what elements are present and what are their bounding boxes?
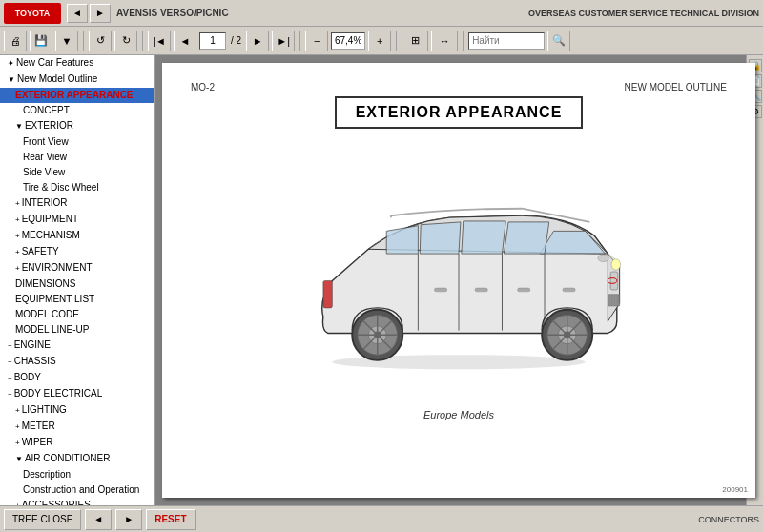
sidebar-item-new-car-features-top[interactable]: ✦New Car Features <box>0 55 154 72</box>
expand-icon: + <box>15 199 20 208</box>
sidebar-item-accessories[interactable]: +ACCESSORIES <box>0 498 154 505</box>
expand-icon: ▼ <box>15 122 23 131</box>
svg-rect-8 <box>563 288 575 292</box>
rotate-right-button[interactable]: ↻ <box>114 31 137 51</box>
sidebar-item-label: DIMENSIONS <box>15 278 75 289</box>
sidebar-item-construction[interactable]: Construction and Operation <box>0 482 154 498</box>
sidebar-item-label: Rear View <box>23 152 67 162</box>
sidebar-item-label: WIPER <box>22 437 53 447</box>
rotate-left-button[interactable]: ↺ <box>89 31 112 51</box>
sidebar-item-label: EQUIPMENT <box>22 214 78 224</box>
fit-width-button[interactable]: ↔ <box>431 31 458 51</box>
svg-rect-5 <box>434 288 446 292</box>
page-title-box: EXTERIOR APPEARANCE <box>335 96 584 129</box>
sidebar-item-environment[interactable]: +ENVIRONMENT <box>0 260 154 276</box>
expand-icon: + <box>15 215 20 224</box>
toolbar-sep-4 <box>396 31 397 51</box>
search-input[interactable] <box>468 32 545 50</box>
connectors-label: CONNECTORS <box>698 515 759 524</box>
sidebar-item-exterior[interactable]: ▼EXTERIOR <box>0 118 154 134</box>
car-caption: Europe Models <box>423 409 494 420</box>
page-view: MO-2 NEW MODEL OUTLINE EXTERIOR APPEARAN… <box>162 63 755 498</box>
save-button[interactable]: 💾 <box>30 31 52 51</box>
print-button[interactable]: 🖨 <box>4 31 27 51</box>
sidebar-item-model-lineup[interactable]: MODEL LINE-UP <box>0 322 154 338</box>
main-area: ✦New Car Features▼New Model OutlineEXTER… <box>0 55 763 505</box>
sidebar-item-body[interactable]: +BODY <box>0 370 154 386</box>
sidebar-item-label: MODEL LINE-UP <box>15 324 89 335</box>
zoom-input[interactable] <box>331 32 365 50</box>
nav-forward-button[interactable]: ► <box>90 4 111 23</box>
sidebar-item-label: INTERIOR <box>22 197 68 208</box>
expand-icon: + <box>15 248 20 256</box>
sidebar-item-label: Tire & Disc Wheel <box>23 182 99 193</box>
sidebar-item-meter[interactable]: +METER <box>0 419 154 435</box>
tree-close-button[interactable]: TREE CLOSE <box>4 509 81 530</box>
sidebar-item-new-model-outline[interactable]: ▼New Model Outline <box>0 72 154 88</box>
sidebar-item-label: BODY ELECTRICAL <box>14 388 103 399</box>
sidebar-item-exterior-appearance[interactable]: EXTERIOR APPEARANCE <box>0 88 154 103</box>
sidebar-item-side-view[interactable]: Side View <box>0 165 154 180</box>
page-header-row: MO-2 NEW MODEL OUTLINE <box>191 82 727 92</box>
expand-icon: + <box>15 501 20 505</box>
page-ref: MO-2 <box>191 82 215 92</box>
zoom-in-button[interactable]: + <box>368 31 391 51</box>
last-page-button[interactable]: ►| <box>272 31 295 51</box>
sidebar-item-label: METER <box>22 420 55 431</box>
sidebar-item-air-conditioner[interactable]: ▼AIR CONDITIONER <box>0 451 154 467</box>
sidebar-item-description[interactable]: Description <box>0 467 154 482</box>
logo-area: TOYOTA ◄ ► AVENSIS VERSO/PICNIC <box>4 3 229 24</box>
sidebar-item-lighting[interactable]: +LIGHTING <box>0 402 154 419</box>
sidebar-item-equipment-list[interactable]: EQUIPMENT LIST <box>0 292 154 307</box>
sidebar-item-label: SAFETY <box>22 246 59 256</box>
next-page-button[interactable]: ► <box>246 31 269 51</box>
sidebar: ✦New Car Features▼New Model OutlineEXTER… <box>0 55 155 505</box>
sidebar-item-wiper[interactable]: +WIPER <box>0 435 154 451</box>
sidebar-tree: ✦New Car Features▼New Model OutlineEXTER… <box>0 55 154 505</box>
footer-next-button[interactable]: ► <box>115 509 142 530</box>
toolbar-sep-1 <box>83 31 84 51</box>
sidebar-item-mechanism[interactable]: +MECHANISM <box>0 228 154 244</box>
sidebar-item-rear-view[interactable]: Rear View <box>0 150 154 165</box>
prev-page-button[interactable]: ◄ <box>174 31 196 51</box>
content-area: 🔒 📄 🔧 ⚙ MO-2 NEW MODEL OUTLINE EXTERIOR … <box>155 55 763 505</box>
sidebar-item-label: ACCESSORIES <box>22 500 91 505</box>
sidebar-item-label: Side View <box>23 167 65 177</box>
sidebar-item-chassis[interactable]: +CHASSIS <box>0 354 154 370</box>
footer-prev-button[interactable]: ◄ <box>85 509 112 530</box>
toolbar-extra-button[interactable]: ▼ <box>55 31 78 51</box>
sidebar-item-interior[interactable]: +INTERIOR <box>0 195 154 212</box>
sidebar-item-safety[interactable]: +SAFETY <box>0 244 154 260</box>
footer: TREE CLOSE ◄ ► RESET CONNECTORS <box>0 505 763 532</box>
sidebar-item-concept[interactable]: CONCEPT <box>0 103 154 118</box>
first-page-button[interactable]: |◄ <box>148 31 171 51</box>
nav-buttons: ◄ ► <box>67 4 111 23</box>
page-separator: / 2 <box>231 35 241 46</box>
reset-button[interactable]: RESET <box>146 509 195 530</box>
expand-icon: + <box>8 341 12 350</box>
sidebar-item-tire-disc[interactable]: Tire & Disc Wheel <box>0 180 154 195</box>
fit-page-button[interactable]: ⊞ <box>402 31 428 51</box>
sidebar-item-label: New Model Outline <box>17 73 97 84</box>
sidebar-item-label: Construction and Operation <box>23 484 139 495</box>
page-number-input[interactable] <box>199 32 226 50</box>
sidebar-item-equipment[interactable]: +EQUIPMENT <box>0 212 154 228</box>
sidebar-item-label: MECHANISM <box>22 230 80 240</box>
sidebar-item-model-code[interactable]: MODEL CODE <box>0 307 154 322</box>
sidebar-item-engine[interactable]: +ENGINE <box>0 338 154 354</box>
nav-back-button[interactable]: ◄ <box>67 4 88 23</box>
svg-rect-6 <box>475 288 487 292</box>
svg-point-32 <box>598 255 608 262</box>
toolbar-sep-5 <box>463 31 464 51</box>
svg-rect-11 <box>323 280 332 307</box>
sidebar-item-label: CONCEPT <box>23 105 70 115</box>
sidebar-item-label: LIGHTING <box>22 404 67 415</box>
sidebar-item-label: Front View <box>23 136 69 147</box>
zoom-out-button[interactable]: − <box>305 31 328 51</box>
toolbar-sep-2 <box>142 31 143 51</box>
sidebar-item-body-electrical[interactable]: +BODY ELECTRICAL <box>0 386 154 402</box>
sidebar-item-dimensions[interactable]: DIMENSIONS <box>0 276 154 292</box>
sidebar-item-front-view[interactable]: Front View <box>0 134 154 150</box>
search-button[interactable]: 🔍 <box>547 31 570 51</box>
car-image <box>287 148 630 396</box>
